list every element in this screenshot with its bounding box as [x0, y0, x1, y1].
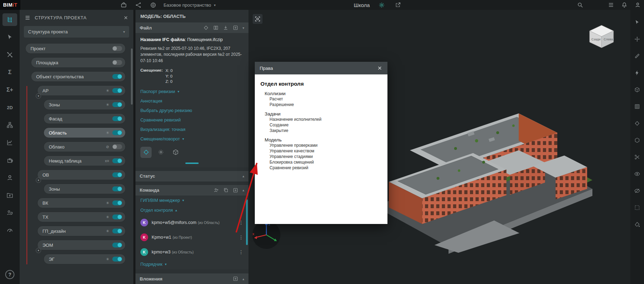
visibility-toggle[interactable]: [112, 60, 122, 65]
dashboard-gauge-icon[interactable]: [2, 224, 17, 237]
tree-item[interactable]: Облако ⊘: [24, 141, 129, 152]
share-icon[interactable]: [394, 1, 402, 9]
file-section-header[interactable]: Файл ▾: [135, 22, 248, 33]
tree-item-selected[interactable]: Область ✳: [24, 127, 129, 138]
capture-frame-icon[interactable]: [253, 14, 263, 24]
revision-passport-link[interactable]: Паспорт ревизии▾: [140, 89, 179, 94]
clash-detection-icon[interactable]: [2, 48, 17, 61]
move-gizmo-button[interactable]: [140, 147, 152, 158]
users-icon[interactable]: [2, 171, 17, 184]
toolbox-icon[interactable]: [119, 1, 128, 9]
tree-item[interactable]: ВК ✳: [24, 198, 129, 208]
globe-icon[interactable]: [149, 1, 157, 9]
focus-target-icon[interactable]: [632, 119, 642, 128]
app-logo[interactable]: BIMiT: [0, 0, 20, 10]
add-icon[interactable]: [233, 276, 238, 282]
visibility-toggle[interactable]: [112, 186, 122, 191]
visibility-toggle[interactable]: [112, 144, 122, 149]
isolate-box-icon[interactable]: [632, 203, 642, 212]
choose-revision-link[interactable]: Выбрать другую ревизию: [140, 108, 192, 113]
visibility-toggle[interactable]: [112, 243, 122, 247]
panel-resize-handle[interactable]: [185, 163, 199, 164]
tree-item[interactable]: Проект: [24, 43, 129, 54]
pan-icon[interactable]: [632, 34, 642, 44]
visibility-toggle[interactable]: [112, 200, 122, 205]
section-cube-icon[interactable]: [632, 85, 642, 94]
tree-item[interactable]: ▾ ОВ: [24, 170, 129, 180]
select-tool-icon[interactable]: [2, 31, 17, 44]
role-control-link[interactable]: Отдел контроля▴: [135, 205, 248, 215]
tree-item[interactable]: ▾ ЭОМ: [24, 240, 129, 250]
tree-item[interactable]: Фасад: [24, 113, 129, 124]
paint-bucket-icon[interactable]: [632, 220, 642, 229]
plugins-icon[interactable]: [2, 154, 17, 166]
help-icon[interactable]: ?: [5, 270, 14, 279]
settings-gear-icon[interactable]: [378, 1, 386, 9]
visibility-eye-icon[interactable]: [632, 169, 642, 178]
role-manager-link[interactable]: ГИП/BIM менеджер▾: [135, 196, 248, 205]
offset-rotate-link[interactable]: Смещение/поворот▾: [140, 137, 184, 141]
kebab-menu-icon[interactable]: ⋮: [239, 249, 244, 255]
close-icon[interactable]: [123, 15, 128, 20]
chevron-up-icon[interactable]: ▴: [243, 188, 244, 192]
visibility-toggle[interactable]: [112, 172, 122, 177]
visibility-toggle[interactable]: [112, 229, 122, 233]
status-section-header[interactable]: Статус ▴: [135, 171, 248, 181]
visibility-toggle[interactable]: [112, 116, 122, 121]
tree-item[interactable]: Зоны: [24, 184, 129, 194]
search-icon[interactable]: [576, 1, 584, 9]
tree-item[interactable]: ЭГ ✳: [24, 254, 129, 264]
kebab-menu-icon[interactable]: ⋮: [239, 235, 244, 240]
visibility-toggle[interactable]: [112, 257, 122, 262]
chevron-up-icon[interactable]: ▴: [243, 277, 244, 281]
scrollbar-thumb[interactable]: [246, 199, 248, 245]
user-location-icon[interactable]: [2, 206, 17, 219]
navigation-cube[interactable]: Сзади Слева: [585, 23, 618, 50]
focus-target-icon[interactable]: [203, 25, 209, 31]
close-icon[interactable]: [377, 65, 383, 71]
charts-icon[interactable]: [2, 136, 17, 149]
rights-modal-header[interactable]: Права: [255, 62, 387, 74]
download-icon[interactable]: [223, 25, 228, 31]
shared-folder-icon[interactable]: [2, 189, 17, 202]
tree-item[interactable]: ГП_дизайн ✳: [24, 226, 129, 236]
scrollbar-thumb[interactable]: [131, 48, 133, 105]
notifications-bell-icon[interactable]: [620, 1, 629, 9]
sum-icon[interactable]: Σ: [2, 66, 17, 79]
visibility-toggle[interactable]: [112, 88, 122, 93]
compare-columns-icon[interactable]: [213, 25, 219, 31]
list-menu-icon[interactable]: [607, 1, 615, 9]
expand-chevron-icon[interactable]: ▾: [36, 178, 41, 183]
chevron-down-icon[interactable]: ▾: [243, 26, 244, 30]
account-user-icon[interactable]: [633, 1, 642, 9]
visibility-toggle[interactable]: [112, 158, 122, 163]
viewport-select-icon[interactable]: [632, 18, 642, 27]
attachments-section-header[interactable]: Вложения ▴: [135, 273, 248, 284]
panel-menu-icon[interactable]: [25, 15, 31, 21]
measure-icon[interactable]: [632, 51, 642, 60]
tree-item[interactable]: ▾ АР ✳: [24, 85, 129, 96]
visibility-toggle[interactable]: [112, 102, 122, 107]
visibility-toggle[interactable]: [112, 74, 122, 79]
copy-icon[interactable]: [223, 187, 228, 193]
add-user-icon[interactable]: [213, 187, 219, 193]
hierarchy-icon[interactable]: [2, 119, 17, 131]
visualization-link[interactable]: Визуализация: точная: [140, 127, 185, 132]
compare-revisions-link[interactable]: Сравнение ревизий: [140, 118, 181, 123]
kebab-menu-icon[interactable]: ⋮: [239, 220, 244, 225]
team-section-header[interactable]: Команда ▴: [135, 185, 248, 196]
tree-item[interactable]: Площадка: [24, 57, 129, 68]
chevron-up-icon[interactable]: ▴: [243, 174, 244, 178]
expand-chevron-icon[interactable]: ▾: [36, 93, 41, 99]
visibility-toggle[interactable]: [112, 130, 122, 135]
tree-item[interactable]: ТХ ✳: [24, 212, 129, 222]
project-structure-icon[interactable]: [2, 13, 17, 26]
rotate-gizmo-button[interactable]: [155, 147, 166, 158]
workspace-selector[interactable]: Базовое пространство ▾: [164, 2, 216, 8]
share-nodes-icon[interactable]: [134, 1, 142, 9]
grid-icon[interactable]: [632, 102, 642, 111]
tree-item[interactable]: Зоны ✳: [24, 99, 129, 110]
structure-selector[interactable]: Структура проекта ▾: [24, 26, 129, 38]
sum-plus-icon[interactable]: Σ+: [2, 84, 17, 96]
add-icon[interactable]: [233, 187, 238, 193]
